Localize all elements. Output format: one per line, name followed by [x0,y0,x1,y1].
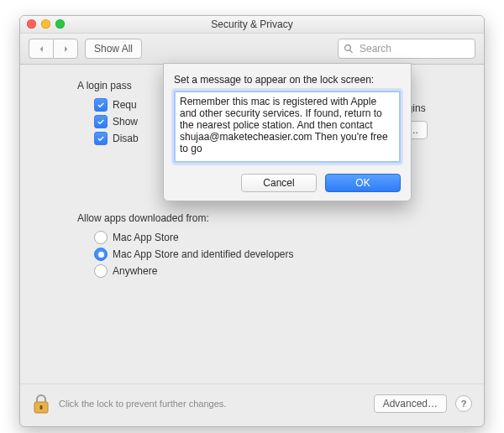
window-controls [27,19,65,29]
gatekeeper-opt-identified[interactable]: Mac App Store and identified developers [94,248,460,261]
search-field[interactable] [338,39,475,59]
require-password-label-left: Requ [113,99,137,111]
gatekeeper-heading: Allow apps downloaded from: [77,212,460,224]
footer: Click the lock to prevent further change… [20,383,484,426]
search-input[interactable] [358,42,470,55]
show-message-label-left: Show [113,116,138,128]
radio-anywhere[interactable] [94,264,108,278]
toolbar: Show All [20,34,484,65]
sheet-prompt: Set a message to appear on the lock scre… [174,74,401,86]
radio-identified-developers[interactable] [94,248,108,261]
lock-message-sheet: Set a message to appear on the lock scre… [163,63,412,201]
nav-back-forward [29,39,78,59]
zoom-window-button[interactable] [55,19,65,29]
lock-icon[interactable] [32,393,50,415]
show-all-button[interactable]: Show All [85,39,142,59]
lock-message-textarea[interactable] [174,91,401,163]
lock-hint-text: Click the lock to prevent further change… [59,399,365,409]
radio-mac-app-store[interactable] [94,231,108,244]
window-title: Security & Privacy [211,18,292,30]
show-message-checkbox[interactable] [94,115,108,128]
gatekeeper-opt1-label: Mac App Store [113,232,179,243]
svg-rect-1 [40,405,43,410]
titlebar: Security & Privacy [20,16,484,34]
help-button[interactable]: ? [455,395,472,412]
gatekeeper-opt2-label: Mac App Store and identified developers [113,248,293,260]
cancel-button[interactable]: Cancel [241,174,317,192]
preferences-window: Security & Privacy Show All A login pass [19,15,485,427]
require-password-checkbox[interactable] [94,98,108,112]
minimize-window-button[interactable] [41,19,50,29]
gatekeeper-section: Allow apps downloaded from: Mac App Stor… [77,212,460,278]
nav-back-button[interactable] [29,39,53,59]
gatekeeper-opt3-label: Anywhere [113,265,157,277]
search-icon [344,44,354,54]
close-window-button[interactable] [27,19,36,29]
disable-auto-login-label-left: Disab [113,133,139,144]
nav-forward-button[interactable] [53,39,78,59]
chevron-left-icon [38,45,45,53]
gatekeeper-opt-anywhere[interactable]: Anywhere [94,264,460,278]
gatekeeper-opt-appstore[interactable]: Mac App Store [94,231,460,244]
disable-auto-login-checkbox[interactable] [94,132,108,145]
chevron-right-icon [62,45,70,53]
ok-button[interactable]: OK [325,174,401,192]
advanced-button[interactable]: Advanced… [374,394,447,413]
